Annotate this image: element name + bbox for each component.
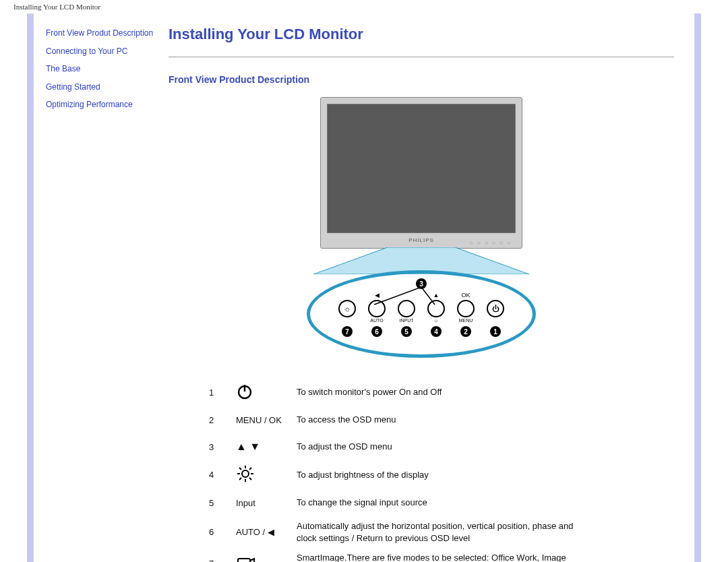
svg-rect-14 — [238, 559, 250, 562]
main-frame: Front View Produt Description Connecting… — [27, 13, 701, 562]
row-description: To switch monitor's power On and Off — [290, 378, 593, 406]
icon-text-label: MENU / OK — [236, 410, 282, 429]
svg-line-12 — [239, 478, 241, 480]
bezel-button-dots: ○ ○ ○ ○ ○ ○ — [470, 236, 512, 251]
svg-point-5 — [242, 470, 249, 477]
button-below-label: AUTO — [370, 318, 383, 323]
num-badge: 5 — [401, 326, 412, 337]
monitor-bezel: PHILIPS ○ ○ ○ ○ ○ ○ — [327, 233, 516, 248]
content-wrap: Front View Produt Description Connecting… — [0, 13, 728, 562]
button-below-label: ☼ — [434, 318, 438, 323]
num-badge: 7 — [342, 326, 353, 337]
sidebar-item-front-view[interactable]: Front View Produt Description — [46, 28, 162, 39]
svg-line-13 — [249, 468, 251, 470]
num-badge: 4 — [431, 326, 442, 337]
icon-text-label: Input — [236, 493, 255, 512]
row-number: 1 — [202, 378, 229, 406]
row-description: Automatically adjust the horizontal posi… — [290, 516, 593, 548]
row-icon-cell: AUTO / ◀ — [229, 516, 290, 548]
sidebar-item-the-base[interactable]: The Base — [46, 64, 162, 75]
num-badge: 6 — [371, 326, 382, 337]
divider — [169, 57, 674, 57]
button-below-label: INPUT — [400, 318, 414, 323]
row-icon-cell — [229, 460, 290, 489]
table-row: 6AUTO / ◀Automatically adjust the horizo… — [202, 516, 593, 548]
icon-text-label: AUTO / ◀ — [236, 523, 274, 542]
smartimage-icon — [236, 554, 256, 562]
svg-line-1 — [374, 287, 421, 305]
button-below-label: MENU — [459, 318, 473, 323]
row-icon-cell: ▲ ▼ — [229, 433, 290, 460]
row-number: 2 — [202, 406, 229, 433]
row-number: 6 — [202, 516, 229, 548]
table-row: 5InputTo change the signal input source — [202, 489, 593, 516]
table-row: 1To switch monitor's power On and Off — [202, 378, 593, 406]
monitor-body: PHILIPS ○ ○ ○ ○ ○ ○ — [320, 97, 522, 249]
row-description: To change the signal input source — [290, 489, 593, 516]
row-description: To adjust brightness of the display — [290, 460, 593, 489]
page-header: Installing Your LCD Monitor — [0, 0, 728, 13]
section-title: Front View Product Description — [169, 74, 674, 85]
sidebar: Front View Produt Description Connecting… — [34, 13, 169, 562]
svg-line-2 — [421, 287, 435, 305]
arrows-icon: ▲ ▼ — [236, 437, 260, 456]
callout-lines-icon — [310, 287, 533, 306]
row-icon-cell: Input — [229, 489, 290, 516]
monitor-screen — [327, 104, 516, 233]
sidebar-item-getting-started[interactable]: Getting Started — [46, 82, 162, 93]
num-badge: 2 — [460, 326, 471, 337]
row-number: 7 — [202, 548, 229, 562]
sidebar-item-connecting[interactable]: Connecting to Your PC — [46, 46, 162, 57]
row-icon-cell: MENU / OK — [229, 406, 290, 433]
row-number: 5 — [202, 489, 229, 516]
svg-line-10 — [239, 468, 241, 470]
table-row: 3▲ ▼To adjust the OSD menu — [202, 433, 593, 460]
row-description: To access the OSD menu — [290, 406, 593, 433]
row-description: To adjust the OSD menu — [290, 433, 593, 460]
row-icon-cell — [229, 548, 290, 562]
sidebar-item-optimizing[interactable]: Optimizing Performance — [46, 100, 162, 111]
table-row: 4To adjust brightness of the display — [202, 460, 593, 489]
page-title: Installing Your LCD Monitor — [169, 26, 674, 43]
row-icon-cell — [229, 378, 290, 406]
svg-line-11 — [249, 478, 251, 480]
table-row: 2MENU / OKTo access the OSD menu — [202, 406, 593, 433]
button-zoom-panel: 3 ☼7◀AUTO6INPUT5▲☼4OKMENU2⏻1 — [307, 270, 536, 358]
main-content: Installing Your LCD Monitor Front View P… — [169, 13, 694, 562]
table-row: 7SmartImage.There are five modes to be s… — [202, 548, 593, 562]
power-icon — [236, 382, 253, 401]
description-table: 1To switch monitor's power On and Off2ME… — [202, 378, 593, 562]
row-number: 3 — [202, 433, 229, 460]
monitor-illustration: PHILIPS ○ ○ ○ ○ ○ ○ 3 — [226, 97, 617, 358]
brightness-icon — [236, 464, 255, 483]
row-description: SmartImage.There are five modes to be se… — [290, 548, 593, 562]
row-number: 4 — [202, 460, 229, 489]
num-badge: 1 — [490, 326, 501, 337]
monitor-brand-label: PHILIPS — [408, 237, 434, 243]
